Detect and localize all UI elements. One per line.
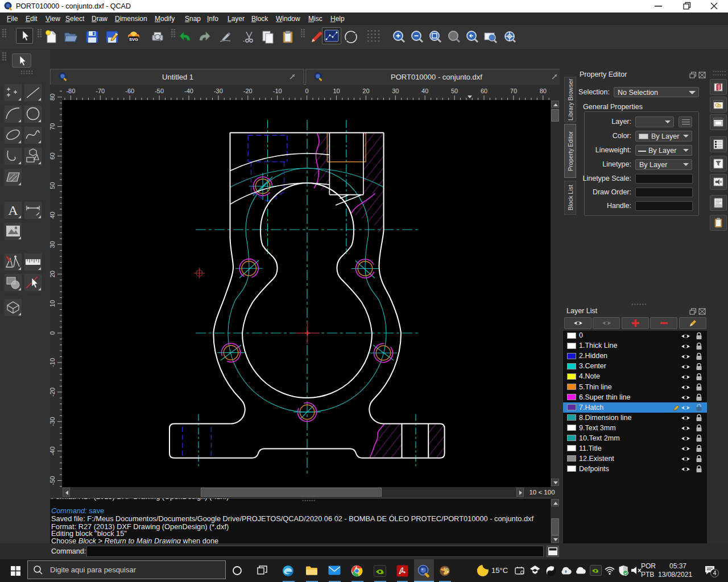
svg-text:-30: -30 [50, 417, 56, 426]
svg-text:80: 80 [540, 88, 547, 94]
svg-text:-30: -30 [214, 88, 223, 94]
svg-text:-60: -60 [125, 88, 134, 94]
svg-text:10: 10 [50, 300, 56, 307]
svg-text:0: 0 [50, 331, 56, 335]
svg-text:-50: -50 [50, 476, 56, 485]
svg-text:10: 10 [333, 88, 340, 94]
svg-text:70: 70 [50, 123, 56, 130]
svg-text:60: 60 [481, 88, 487, 94]
svg-text:40: 40 [50, 211, 56, 218]
svg-text:80: 80 [50, 94, 56, 101]
svg-text:50: 50 [451, 88, 458, 94]
svg-text:50: 50 [50, 182, 56, 189]
svg-text:+: + [243, 39, 245, 43]
svg-text:SVG: SVG [129, 37, 138, 42]
svg-text:20: 20 [50, 271, 56, 277]
svg-text:-80: -80 [66, 88, 75, 94]
svg-text:0: 0 [305, 88, 309, 94]
svg-text:70: 70 [510, 88, 517, 94]
svg-text:-20: -20 [243, 88, 253, 94]
svg-text:20: 20 [362, 88, 369, 94]
svg-text:A: A [8, 203, 18, 218]
svg-text:-10: -10 [50, 358, 56, 367]
svg-text:30: 30 [392, 88, 399, 94]
svg-text:-40: -40 [50, 447, 56, 456]
svg-text:-20: -20 [50, 388, 56, 397]
svg-text:30: 30 [50, 241, 56, 248]
svg-text:-10: -10 [273, 88, 282, 94]
svg-text:-70: -70 [96, 88, 105, 94]
svg-text:-50: -50 [155, 88, 164, 94]
svg-text:40: 40 [421, 88, 428, 94]
svg-text:60: 60 [50, 152, 56, 159]
svg-text:-40: -40 [184, 88, 193, 94]
